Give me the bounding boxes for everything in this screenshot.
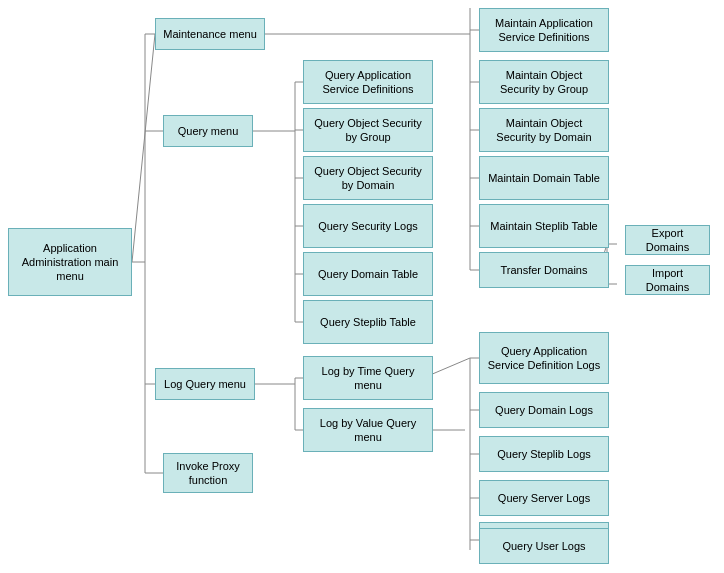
node-m_objgroup: Maintain Object Security by Group xyxy=(479,60,609,104)
node-m_steplib: Maintain Steplib Table xyxy=(479,204,609,248)
node-transfer: Transfer Domains xyxy=(479,252,609,288)
node-log_byval: Log by Value Query menu xyxy=(303,408,433,452)
node-log_bytime: Log by Time Query menu xyxy=(303,356,433,400)
node-invoke: Invoke Proxy function xyxy=(163,453,253,493)
node-q_domtable: Query Domain Table xyxy=(303,252,433,296)
node-q_appservicelogs: Query Application Service Definition Log… xyxy=(479,332,609,384)
node-m_domtable: Maintain Domain Table xyxy=(479,156,609,200)
node-m_objdomain: Maintain Object Security by Domain xyxy=(479,108,609,152)
node-q_seclogs: Query Security Logs xyxy=(303,204,433,248)
node-q_domainlogs: Query Domain Logs xyxy=(479,392,609,428)
node-logquery: Log Query menu xyxy=(155,368,255,400)
node-maintenance: Maintenance menu xyxy=(155,18,265,50)
chart-container: Application Administration main menuMain… xyxy=(0,0,724,573)
node-q_objgroup: Query Object Security by Group xyxy=(303,108,433,152)
node-query: Query menu xyxy=(163,115,253,147)
node-q_objdomain: Query Object Security by Domain xyxy=(303,156,433,200)
node-import: Import Domains xyxy=(625,265,710,295)
node-q_userlogs: Query User Logs xyxy=(479,528,609,564)
node-main: Application Administration main menu xyxy=(8,228,132,296)
svg-line-0 xyxy=(132,34,155,262)
node-q_stepliblegs: Query Steplib Logs xyxy=(479,436,609,472)
node-m_appservice: Maintain Application Service Definitions xyxy=(479,8,609,52)
node-export: Export Domains xyxy=(625,225,710,255)
node-q_steplib: Query Steplib Table xyxy=(303,300,433,344)
node-q_serverlogs: Query Server Logs xyxy=(479,480,609,516)
node-q_appservice: Query Application Service Definitions xyxy=(303,60,433,104)
